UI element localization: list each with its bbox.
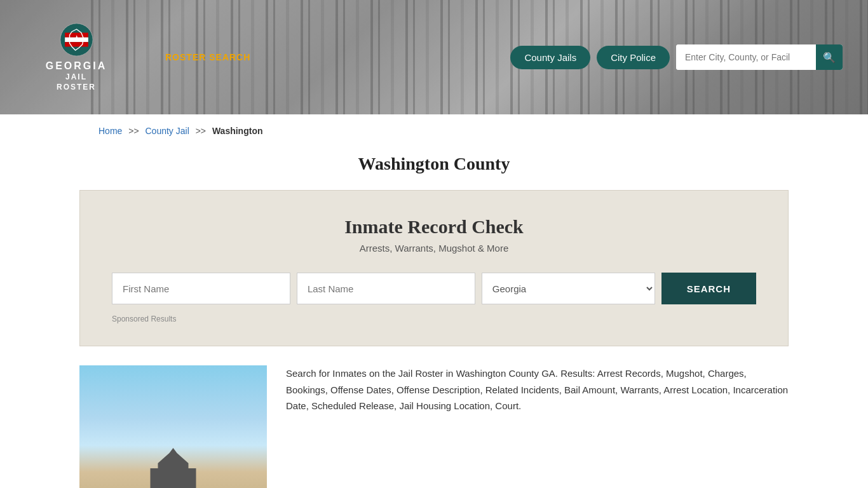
logo-text: GEORGIA JAIL ROSTER	[46, 60, 107, 93]
inmate-search-form: Georgia Alabama Florida Tennessee SEARCH	[112, 273, 756, 304]
page-title: Washington County	[0, 154, 868, 174]
city-police-button[interactable]: City Police	[597, 46, 670, 69]
georgia-seal-icon: ★	[59, 22, 94, 57]
last-name-input[interactable]	[297, 273, 475, 304]
site-header: ★ GEORGIA JAIL ROSTER ROSTER SEARCH Coun…	[0, 0, 868, 114]
site-logo[interactable]: ★ GEORGIA JAIL ROSTER	[25, 22, 127, 93]
inmate-search-button[interactable]: SEARCH	[661, 273, 756, 304]
sponsored-label: Sponsored Results	[112, 315, 756, 323]
county-jails-button[interactable]: County Jails	[510, 46, 590, 69]
county-image	[79, 365, 267, 488]
breadcrumb: Home >> County Jail >> Washington	[0, 114, 868, 147]
breadcrumb-sep1: >>	[128, 126, 139, 136]
header-search-button[interactable]: 🔍	[816, 44, 843, 70]
search-icon: 🔍	[823, 51, 836, 64]
county-description: Search for Inmates on the Jail Roster in…	[286, 365, 789, 414]
page-title-area: Washington County	[0, 147, 868, 190]
first-name-input[interactable]	[112, 273, 290, 304]
breadcrumb-county-jail-link[interactable]: County Jail	[146, 126, 189, 136]
inmate-record-check-box: Inmate Record Check Arrests, Warrants, M…	[79, 190, 789, 346]
state-select[interactable]: Georgia Alabama Florida Tennessee	[482, 273, 655, 304]
record-check-title: Inmate Record Check	[112, 216, 756, 238]
roster-search-link[interactable]: ROSTER SEARCH	[165, 52, 250, 62]
breadcrumb-home-link[interactable]: Home	[98, 126, 122, 136]
breadcrumb-current: Washington	[212, 126, 263, 136]
bottom-section: Search for Inmates on the Jail Roster in…	[0, 346, 868, 488]
header-search-input[interactable]	[676, 44, 816, 70]
header-right: County Jails City Police 🔍	[510, 44, 843, 70]
header-search-bar: 🔍	[676, 44, 843, 70]
svg-text:★: ★	[72, 34, 81, 44]
record-check-subtitle: Arrests, Warrants, Mugshot & More	[112, 243, 756, 254]
breadcrumb-sep2: >>	[196, 126, 206, 136]
